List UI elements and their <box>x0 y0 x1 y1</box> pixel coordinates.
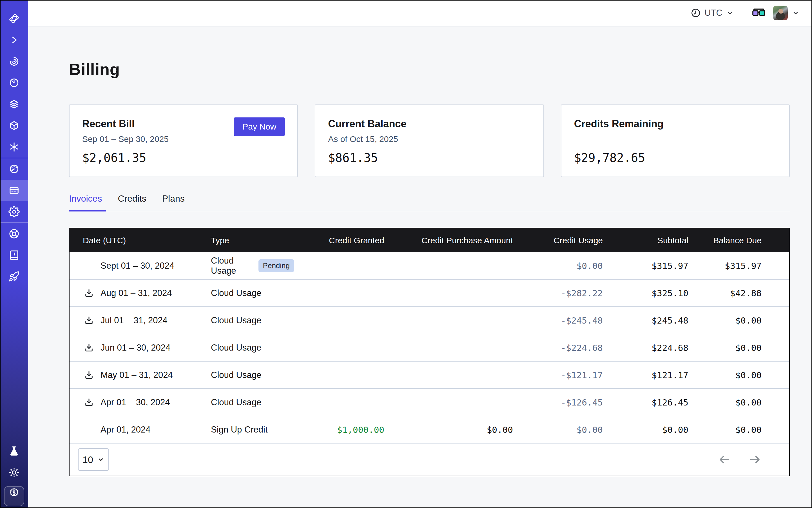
sidebar-item-theme[interactable] <box>0 462 28 483</box>
invoice-date: Aug 01 – 31, 2024 <box>100 288 172 298</box>
table-row: Apr 01 – 30, 2024 Cloud Usage -$126.45 $… <box>70 389 789 416</box>
balance-due: $315.97 <box>688 261 789 271</box>
table-row: Jul 01 – 31, 2024 Cloud Usage -$245.48 $… <box>70 307 789 334</box>
invoice-type: Cloud Usage <box>211 288 261 298</box>
table-row: Apr 01, 2024 Sign Up Credit $1,000.00 $0… <box>70 416 789 443</box>
chevron-down-icon <box>97 456 104 463</box>
invoice-date: Apr 01 – 30, 2024 <box>100 397 170 408</box>
column-header-balance-due: Balance Due <box>688 236 789 245</box>
flask-icon <box>8 446 20 457</box>
balance-due: $0.00 <box>688 397 789 408</box>
download-invoice-icon[interactable] <box>84 343 94 353</box>
pay-now-button[interactable]: Pay Now <box>234 118 285 136</box>
sidebar-item-settings[interactable] <box>0 201 28 222</box>
subtotal: $325.10 <box>603 288 688 298</box>
credits-remaining-card: Credits Remaining $29,782.65 <box>561 104 790 177</box>
balance-due: $0.00 <box>688 315 789 326</box>
history-clock-icon <box>8 77 20 88</box>
invoice-type: Cloud Usage <box>211 315 261 326</box>
column-header-date: Date (UTC) <box>70 236 210 245</box>
card-title: Current Balance <box>328 118 530 130</box>
tab-credits[interactable]: Credits <box>118 194 147 211</box>
asterisk-icon <box>8 141 20 153</box>
invoice-type: Sign Up Credit <box>211 425 268 435</box>
sidebar-item-ai[interactable] <box>0 136 28 158</box>
timezone-label: UTC <box>704 8 722 18</box>
chevron-down-icon <box>726 9 734 17</box>
invoice-date: Sept 01 – 30, 2024 <box>100 261 174 271</box>
page-size-select[interactable]: 10 <box>78 448 109 471</box>
page-title: Billing <box>69 60 790 79</box>
dollar-badge-icon <box>8 487 20 499</box>
invoice-date: Jun 01 – 30, 2024 <box>100 343 170 353</box>
table-header: Date (UTC) Type Credit Granted Credit Pu… <box>70 228 789 252</box>
tab-plans[interactable]: Plans <box>162 194 186 211</box>
balance-due: $0.00 <box>688 370 789 380</box>
balance-due: $0.00 <box>688 343 789 353</box>
layers-icon <box>8 98 20 110</box>
subtotal: $121.17 <box>603 370 688 380</box>
feature-glasses-button[interactable] <box>752 8 766 18</box>
current-balance-card: Current Balance As of Oct 15, 2025 $861.… <box>315 104 544 177</box>
user-menu[interactable] <box>773 6 800 20</box>
sidebar-item-logo[interactable] <box>0 8 28 29</box>
balance-due: $0.00 <box>688 425 789 435</box>
subtotal: $224.68 <box>603 343 688 353</box>
sidebar-item-pricing[interactable] <box>4 486 24 506</box>
invoice-type: Cloud Usage <box>211 256 253 276</box>
credit-purchase: $0.00 <box>384 425 513 435</box>
card-amount: $861.35 <box>328 151 378 165</box>
tab-invoices[interactable]: Invoices <box>69 194 103 211</box>
sidebar-item-labs[interactable] <box>0 440 28 462</box>
gauge-icon <box>8 163 20 175</box>
balance-due: $42.88 <box>688 288 789 298</box>
sidebar-item-expand[interactable] <box>0 29 28 51</box>
subtotal: $315.97 <box>603 261 688 271</box>
invoice-type: Cloud Usage <box>211 343 261 353</box>
column-header-credit-purchase: Credit Purchase Amount <box>384 236 513 245</box>
chevron-down-icon <box>792 9 800 17</box>
sidebar-item-query[interactable] <box>0 51 28 72</box>
app-logo-icon <box>8 13 20 24</box>
clock-icon <box>690 8 701 18</box>
table-row: Jun 01 – 30, 2024 Cloud Usage -$224.68 $… <box>70 334 789 362</box>
credit-usage: $0.00 <box>513 261 603 271</box>
sidebar-item-history[interactable] <box>0 72 28 93</box>
sidebar-item-docs[interactable] <box>0 245 28 266</box>
column-header-subtotal: Subtotal <box>603 236 688 245</box>
download-invoice-icon[interactable] <box>84 370 94 380</box>
sun-icon <box>8 467 20 478</box>
previous-page-arrow-icon[interactable] <box>718 455 731 464</box>
sidebar-item-datasets[interactable] <box>0 93 28 115</box>
gear-icon <box>8 206 20 217</box>
sidebar-item-support[interactable] <box>0 223 28 245</box>
download-invoice-icon[interactable] <box>84 288 94 298</box>
download-invoice-icon[interactable] <box>84 315 94 326</box>
user-avatar[interactable] <box>773 6 788 20</box>
timezone-selector[interactable]: UTC <box>690 8 734 18</box>
chevron-right-icon <box>8 34 20 46</box>
invoice-date: Apr 01, 2024 <box>100 425 151 435</box>
credit-granted: $1,000.00 <box>294 425 384 435</box>
card-title: Credits Remaining <box>574 118 776 130</box>
invoice-date: May 01 – 31, 2024 <box>100 370 173 380</box>
column-header-credit-usage: Credit Usage <box>513 236 603 245</box>
rocket-icon <box>8 271 20 282</box>
invoice-type: Cloud Usage <box>211 397 261 408</box>
3d-glasses-icon <box>752 8 766 18</box>
next-page-arrow-icon[interactable] <box>749 455 761 464</box>
sidebar-item-billing[interactable] <box>0 180 28 201</box>
sidebar-item-getting-started[interactable] <box>0 266 28 287</box>
sidebar <box>0 0 28 508</box>
credit-card-icon <box>8 185 20 196</box>
credit-usage: -$121.17 <box>513 370 603 380</box>
subtotal: $245.48 <box>603 315 688 326</box>
book-sparkle-icon <box>8 250 20 261</box>
download-invoice-icon[interactable] <box>84 397 94 408</box>
subtotal: $126.45 <box>603 397 688 408</box>
sidebar-item-usage[interactable] <box>0 158 28 180</box>
sidebar-item-sandbox[interactable] <box>0 115 28 136</box>
card-subtitle: As of Oct 15, 2025 <box>328 134 530 144</box>
column-header-type: Type <box>210 236 294 245</box>
credit-usage: -$126.45 <box>513 397 603 408</box>
